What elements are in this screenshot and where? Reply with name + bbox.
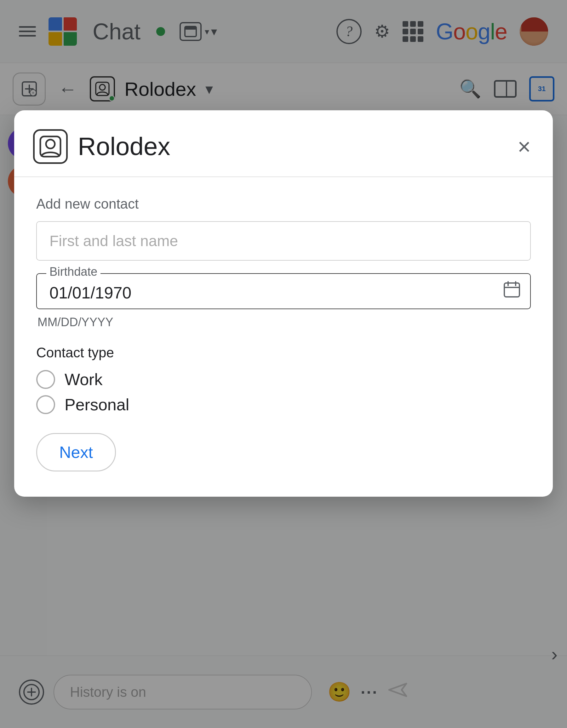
radio-work[interactable]: Work bbox=[36, 370, 531, 389]
calendar-picker-button[interactable] bbox=[503, 280, 521, 302]
modal-title: Rolodex bbox=[78, 132, 171, 161]
svg-point-13 bbox=[46, 140, 55, 148]
contact-type-radio-group: Work Personal bbox=[36, 370, 531, 414]
section-label: Add new contact bbox=[36, 196, 531, 212]
date-format-hint: MM/DD/YYYY bbox=[38, 315, 531, 329]
modal-close-button[interactable]: × bbox=[518, 135, 531, 158]
birthdate-label: Birthdate bbox=[46, 265, 101, 279]
contact-type-label: Contact type bbox=[36, 345, 531, 361]
svg-rect-14 bbox=[504, 283, 519, 297]
radio-label-work: Work bbox=[65, 370, 102, 389]
radio-circle-personal bbox=[36, 395, 55, 414]
modal-header: Rolodex × bbox=[14, 110, 553, 177]
modal-app-icon bbox=[33, 129, 68, 164]
birthdate-field[interactable]: Birthdate 01/01/1970 bbox=[36, 273, 531, 309]
birthdate-value: 01/01/1970 bbox=[49, 284, 131, 302]
radio-label-personal: Personal bbox=[65, 395, 129, 414]
rolodex-modal: Rolodex × Add new contact First and last… bbox=[14, 110, 553, 497]
modal-body: Add new contact First and last name Birt… bbox=[14, 177, 553, 471]
radio-personal[interactable]: Personal bbox=[36, 395, 531, 414]
name-input-field[interactable]: First and last name bbox=[36, 221, 531, 261]
radio-circle-work bbox=[36, 370, 55, 389]
next-button[interactable]: Next bbox=[36, 433, 116, 471]
name-placeholder: First and last name bbox=[49, 232, 178, 250]
